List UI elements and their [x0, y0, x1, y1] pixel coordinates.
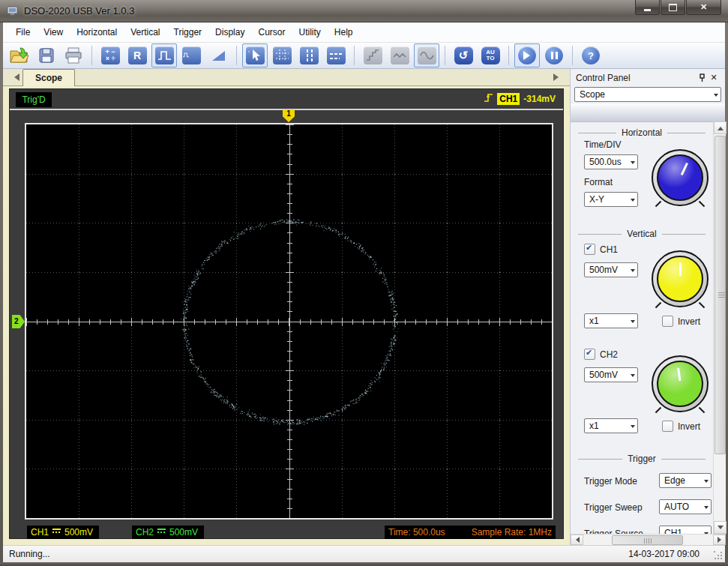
ch2-position-knob[interactable] [652, 355, 709, 412]
scroll-left-icon[interactable] [571, 535, 583, 545]
ch1-invert-checkbox[interactable] [662, 316, 673, 327]
ch2-probe-value: x1 [589, 421, 599, 431]
close-button[interactable]: ✕ [686, 0, 721, 15]
time-div-label: Time/DIV [584, 139, 622, 150]
trigger-sweep-select[interactable]: AUTO [659, 499, 712, 514]
timebase-readout: Time: 500.0us Sample Rate: 1MHz [385, 526, 556, 539]
tab-scope[interactable]: Scope [22, 69, 75, 86]
ch1-position-knob[interactable] [652, 250, 709, 307]
ch2-volts-select[interactable]: 500mV [584, 367, 638, 382]
menu-cursor[interactable]: Cursor [251, 24, 292, 40]
menu-file[interactable]: File [9, 24, 37, 40]
vertical-cursors-icon[interactable] [296, 43, 322, 67]
dual-pulse-icon[interactable] [178, 43, 204, 67]
ch1-enable-checkbox[interactable] [584, 244, 595, 255]
trigger-mode-label: Trigger Mode [584, 476, 637, 487]
ch1-probe-value: x1 [589, 316, 599, 326]
ch2-enable-checkbox[interactable] [584, 349, 595, 360]
section-header-horizontal: Horizontal [578, 127, 706, 138]
section-header-trigger: Trigger [578, 454, 706, 464]
toolbar-separator [445, 46, 445, 65]
ch2-enable-row: CH2 [584, 349, 618, 360]
window-title: DSO-2020 USB Ver 1.0.3 [24, 5, 134, 16]
panel-mode-select[interactable]: Scope [574, 87, 721, 102]
menu-utility[interactable]: Utility [292, 24, 327, 40]
ch2-volts-value: 500mV [589, 370, 618, 380]
horizontal-scroll-thumb[interactable] [612, 535, 683, 545]
ch2-readout: CH2 500mV [132, 526, 204, 539]
ch1-volts-per-div: 500mV [64, 526, 93, 539]
scroll-down-icon[interactable] [714, 521, 727, 534]
minimize-button[interactable] [635, 0, 660, 15]
scroll-up-icon[interactable] [714, 121, 727, 134]
horizontal-position-knob[interactable] [652, 149, 709, 206]
tab-strip: Scope [3, 69, 570, 86]
square-wave-icon[interactable] [151, 43, 177, 67]
pin-icon[interactable] [696, 72, 708, 84]
save-icon[interactable] [34, 43, 59, 67]
close-panel-icon[interactable]: ✕ [708, 72, 720, 84]
scope-waveform-canvas[interactable] [26, 124, 552, 518]
trigger-mode-value: Edge [664, 475, 685, 486]
grid-icon[interactable] [269, 43, 295, 67]
ch2-invert-checkbox[interactable] [662, 421, 673, 432]
menu-vertical[interactable]: Vertical [124, 24, 166, 40]
menu-help[interactable]: Help [328, 24, 360, 40]
step-wave-icon [360, 43, 385, 67]
menu-display[interactable]: Display [208, 24, 251, 40]
section-header-vertical: Vertical [578, 229, 706, 239]
trigger-mode-select[interactable]: Edge [659, 473, 712, 488]
panel-mode-value: Scope [580, 89, 605, 100]
panel-vertical-scrollbar[interactable] [713, 121, 726, 534]
ch2-invert-label: Invert [678, 421, 700, 432]
panel-horizontal-scrollbar[interactable] [571, 534, 726, 545]
toolbar-separator [572, 46, 573, 65]
help-icon[interactable]: ? [578, 43, 604, 67]
ch1-checkbox-label: CH1 [600, 244, 618, 255]
open-file-icon[interactable] [7, 43, 32, 67]
ch2-position-marker[interactable]: 2 [12, 315, 25, 328]
scope-display[interactable] [25, 123, 553, 520]
scope-tab-content: Trig'D CH1 -314mV 1 2 CH1 500mV CH2 500m… [3, 86, 570, 545]
math-icon[interactable]: + −× ÷ [97, 43, 123, 67]
resize-grip[interactable] [714, 551, 724, 561]
ch1-position-marker[interactable]: 1 [283, 109, 295, 122]
tab-scroll-left-icon[interactable] [10, 73, 19, 81]
reference-icon[interactable]: R [124, 43, 150, 67]
chevron-down-icon [714, 94, 718, 99]
format-select[interactable]: X-Y [584, 192, 638, 207]
menu-view[interactable]: View [37, 24, 70, 40]
print-icon[interactable] [61, 43, 86, 67]
toolbar: + −× ÷R ↺AUTO? [3, 43, 725, 69]
sine-wave-icon[interactable] [414, 43, 439, 67]
time-div-select[interactable]: 500.0us [584, 154, 638, 169]
maximize-button[interactable] [661, 0, 685, 15]
title-bar[interactable]: DSO-2020 USB Ver 1.0.3 ✕ [0, 0, 728, 22]
trigger-source-badge: CH1 [497, 93, 520, 105]
play-icon[interactable] [514, 43, 540, 67]
horizontal-cursors-icon[interactable] [323, 43, 349, 67]
autoset-icon[interactable]: AUTO [478, 43, 503, 67]
cursor-arrow-icon[interactable] [242, 43, 268, 67]
trigger-sweep-value: AUTO [664, 502, 689, 512]
trigger-source-value: CH1 [664, 528, 682, 534]
ch1-invert-row: Invert [662, 316, 700, 327]
menu-trigger[interactable]: Trigger [167, 24, 209, 40]
menu-horizontal[interactable]: Horizontal [70, 24, 124, 40]
scope-panel: Trig'D CH1 -314mV 1 2 CH1 500mV CH2 500m… [9, 88, 564, 539]
ramp-icon[interactable] [205, 43, 231, 67]
ch1-probe-select[interactable]: x1 [584, 313, 638, 328]
scroll-right-icon[interactable] [713, 535, 726, 545]
ch2-probe-select[interactable]: x1 [584, 418, 638, 433]
vertical-scroll-thumb[interactable] [715, 136, 726, 454]
pause-icon[interactable] [541, 43, 567, 67]
format-label: Format [584, 177, 613, 187]
toolbar-separator [236, 46, 237, 65]
trigger-source-select[interactable]: CH1 [659, 526, 712, 534]
tab-scroll-right-icon[interactable] [553, 73, 562, 81]
time-per-div-value: Time: 500.0us [388, 526, 445, 539]
panel-divider-gradient [571, 103, 725, 122]
ch1-volts-select[interactable]: 500mV [584, 262, 638, 277]
refresh-icon[interactable]: ↺ [451, 43, 476, 67]
ch1-volts-value: 500mV [589, 265, 618, 275]
